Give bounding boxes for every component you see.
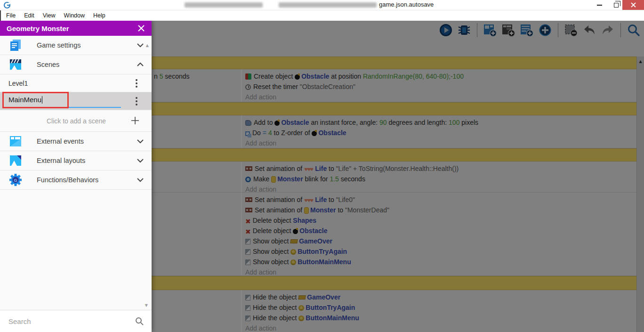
action-row[interactable]: Show object ButtonMainMenu [242,257,636,267]
segment-text: Show object [253,248,290,255]
action-row[interactable]: Hide the object ButtonMainMenu [242,313,636,323]
add-event-button[interactable] [483,23,498,38]
search-input[interactable] [8,317,135,325]
actions-cell[interactable]: Hide the object GameOverHide the object … [241,290,636,332]
minimize-button[interactable] [589,0,609,10]
sidebar-item-external-events[interactable]: External events [0,132,152,151]
sidebar-item-game-settings[interactable]: Game settings [0,36,152,55]
undo-button[interactable] [582,23,597,38]
sidebar-item-scenes[interactable]: Scenes [0,55,152,74]
window-titlebar: game.json.autosave [0,0,644,10]
drawer-close-icon[interactable] [137,24,145,32]
actions-cell[interactable]: Set animation of ♥♥♥Life to "Life0"Set a… [241,193,636,275]
search-button[interactable] [626,23,641,38]
banner-object-icon [298,295,306,300]
scene-rename-field[interactable]: MainMenu [8,92,129,110]
window-title: game.json.autosave [379,1,434,8]
action-row[interactable]: Show object GameOver [242,236,636,246]
segment-text: n [154,73,160,80]
scroll-up-icon[interactable]: ▲ [637,58,644,65]
bomb-object-icon [293,229,298,234]
segment-obj: Shapes [293,217,316,224]
add-action-button[interactable]: Add action [242,138,636,148]
visibility-action-icon [245,239,250,244]
add-comment-event-button[interactable] [519,23,534,38]
scene-item-level1[interactable]: Level1 [0,74,152,92]
action-row[interactable]: Hide the object GameOver [242,292,636,302]
add-subevent-button[interactable] [501,23,516,38]
action-row[interactable]: Set animation of Monster to "MonsterDead… [242,205,636,215]
chevron-up-icon [137,62,144,67]
scene-item-mainmenu[interactable]: MainMenu [0,92,152,110]
menu-item-edit[interactable]: Edit [20,12,39,19]
anim-action-icon [245,197,252,202]
hearts-object-icon: ♥♥♥ [304,164,313,174]
segment-text: Create object [254,73,295,80]
actions-cell[interactable]: Set animation of ♥♥♥Life to "Life" + ToS… [241,162,636,192]
action-row[interactable]: Reset the timer "ObstacleCreation" [242,81,636,92]
kebab-menu-icon[interactable] [136,100,137,102]
segment-str: "Life0" [336,196,355,203]
sidebar-item-label: External layouts [37,157,137,164]
action-row[interactable]: Set animation of ♥♥♥Life to "Life0" [242,194,636,205]
segment-text: blink for [303,175,330,183]
actions-cell[interactable]: Add to Obstacle an instant force, angle:… [241,115,636,148]
menu-item-view[interactable]: View [39,12,60,19]
segment-str: "MonsterDead" [345,206,389,214]
search-icon[interactable] [135,316,144,326]
play-button[interactable] [438,23,453,38]
zorder-action-icon [245,131,250,136]
sidebar-item-functions-behaviors[interactable]: GFunctions/Behaviors [0,170,152,190]
action-row[interactable]: Make Monster blink for 1.5 seconds [242,174,636,184]
action-row[interactable]: ✖Delete object Shapes [242,215,636,226]
action-row[interactable]: Show object ButtonTryAgain [242,246,636,257]
external-layouts-icon [8,154,23,168]
add-scene-label: Click to add a scene [47,117,106,125]
menu-item-help[interactable]: Help [89,12,110,19]
remove-event-button[interactable] [564,23,579,38]
sidebar-item-label: External events [37,138,137,145]
action-row[interactable]: Add to Obstacle an instant force, angle:… [242,117,636,128]
toolbar-separator [620,23,621,37]
external-events-icon [8,134,23,148]
action-row[interactable]: Hide the object ButtonTryAgain [242,302,636,313]
menu-item-window[interactable]: Window [60,12,89,19]
action-row[interactable]: ✖Delete object Obstacle [242,226,636,236]
debug-button[interactable] [457,23,472,38]
events-scrollbar[interactable]: ▲ [636,57,644,332]
add-action-button[interactable]: Add action [242,323,636,332]
close-button[interactable] [622,0,644,10]
delete-action-icon: ✖ [245,227,251,236]
game-settings-icon [8,38,23,52]
undo-icon [582,23,596,37]
scene-name-input[interactable]: MainMenu [8,96,42,104]
segment-text: Make [253,175,271,183]
monster-object-icon [271,176,276,183]
redacted-path-text [279,2,377,8]
actions-cell[interactable]: Create object Obstacle at position Rando… [241,69,636,102]
add-other-event-button[interactable] [538,23,553,38]
action-row[interactable]: Create object Obstacle at position Rando… [242,71,636,81]
sidebar-scroll-down-icon[interactable]: ▼ [145,303,148,308]
action-row[interactable]: Do = 4 to Z-order of Obstacle [242,128,636,138]
chevron-down-icon [137,42,144,48]
add-comment-event-icon [520,23,534,37]
segment-text: Reset the timer [253,83,300,90]
visibility-action-icon [245,316,250,321]
sidebar-scroll-up-icon[interactable]: ▲ [146,43,149,48]
add-action-button[interactable]: Add action [242,267,636,277]
add-action-button[interactable]: Add action [242,92,636,102]
add-event-icon [483,23,497,37]
functions-icon: G [8,173,23,187]
segment-expr: 1.5 [330,175,338,183]
action-row[interactable]: Set animation of ♥♥♥Life to "Life" + ToS… [242,163,636,174]
timer-action-icon [245,84,251,90]
kebab-menu-icon[interactable] [136,82,137,84]
sidebar-item-external-layouts[interactable]: External layouts [0,151,152,170]
visibility-action-icon [245,259,250,265]
segment-text: Set animation of [255,165,304,172]
add-scene-button[interactable]: Click to add a scene [0,110,152,132]
menu-item-file[interactable]: File [2,12,20,19]
toolbar-separator [477,23,477,37]
redo-button[interactable] [600,23,615,38]
